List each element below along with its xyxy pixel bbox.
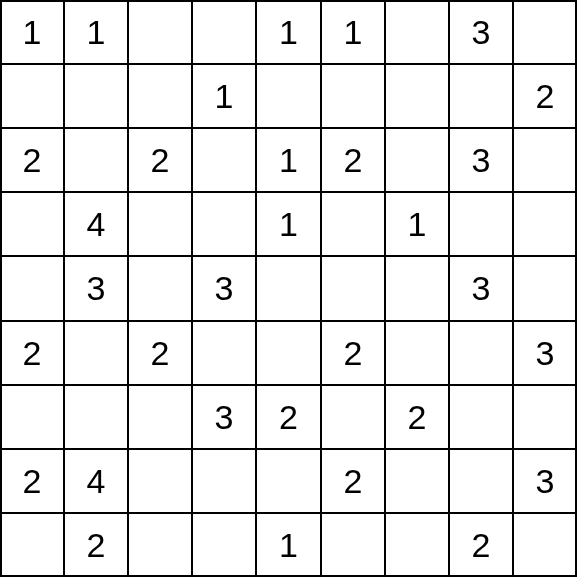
cell-0-7[interactable]: 3	[449, 0, 513, 64]
cell-1-5[interactable]	[321, 64, 385, 128]
cell-1-8[interactable]: 2	[513, 64, 577, 128]
cell-0-8[interactable]	[513, 0, 577, 64]
cell-5-7[interactable]	[449, 321, 513, 385]
cell-6-2[interactable]	[128, 385, 192, 449]
cell-0-4[interactable]: 1	[256, 0, 321, 64]
cell-2-7[interactable]: 3	[449, 128, 513, 192]
cell-0-1[interactable]: 1	[64, 0, 128, 64]
cell-4-8[interactable]	[513, 256, 577, 321]
cell-6-6[interactable]: 2	[385, 385, 449, 449]
cell-7-6[interactable]	[385, 449, 449, 513]
cell-7-1[interactable]: 4	[64, 449, 128, 513]
cell-4-0[interactable]	[0, 256, 64, 321]
cell-4-7[interactable]: 3	[449, 256, 513, 321]
cell-1-7[interactable]	[449, 64, 513, 128]
cell-4-1[interactable]: 3	[64, 256, 128, 321]
cell-2-2[interactable]: 2	[128, 128, 192, 192]
cell-2-3[interactable]	[192, 128, 256, 192]
cell-3-1[interactable]: 4	[64, 192, 128, 256]
cell-4-3[interactable]: 3	[192, 256, 256, 321]
cell-1-6[interactable]	[385, 64, 449, 128]
cell-6-5[interactable]	[321, 385, 385, 449]
cell-8-1[interactable]: 2	[64, 513, 128, 577]
cell-7-7[interactable]	[449, 449, 513, 513]
cell-3-7[interactable]	[449, 192, 513, 256]
cell-3-2[interactable]	[128, 192, 192, 256]
cell-4-2[interactable]	[128, 256, 192, 321]
cell-2-0[interactable]: 2	[0, 128, 64, 192]
cell-5-6[interactable]	[385, 321, 449, 385]
cell-4-6[interactable]	[385, 256, 449, 321]
cell-1-1[interactable]	[64, 64, 128, 128]
cell-1-0[interactable]	[0, 64, 64, 128]
cell-7-0[interactable]: 2	[0, 449, 64, 513]
cell-8-0[interactable]	[0, 513, 64, 577]
cell-5-0[interactable]: 2	[0, 321, 64, 385]
cell-2-5[interactable]: 2	[321, 128, 385, 192]
cell-3-8[interactable]	[513, 192, 577, 256]
cell-2-6[interactable]	[385, 128, 449, 192]
cell-8-5[interactable]	[321, 513, 385, 577]
cell-4-5[interactable]	[321, 256, 385, 321]
cell-5-1[interactable]	[64, 321, 128, 385]
cell-0-0[interactable]: 1	[0, 0, 64, 64]
cell-1-2[interactable]	[128, 64, 192, 128]
cell-3-0[interactable]	[0, 192, 64, 256]
cell-3-5[interactable]	[321, 192, 385, 256]
cell-6-7[interactable]	[449, 385, 513, 449]
cell-5-2[interactable]: 2	[128, 321, 192, 385]
cell-2-4[interactable]: 1	[256, 128, 321, 192]
cell-6-0[interactable]	[0, 385, 64, 449]
cell-5-8[interactable]: 3	[513, 321, 577, 385]
cell-6-3[interactable]: 3	[192, 385, 256, 449]
cell-1-3[interactable]: 1	[192, 64, 256, 128]
cell-5-3[interactable]	[192, 321, 256, 385]
cell-2-8[interactable]	[513, 128, 577, 192]
cell-8-6[interactable]	[385, 513, 449, 577]
cell-5-4[interactable]	[256, 321, 321, 385]
cell-0-3[interactable]	[192, 0, 256, 64]
cell-7-3[interactable]	[192, 449, 256, 513]
puzzle-grid: 11113122212341133322233222423212	[0, 0, 577, 577]
cell-8-3[interactable]	[192, 513, 256, 577]
cell-8-7[interactable]: 2	[449, 513, 513, 577]
cell-0-6[interactable]	[385, 0, 449, 64]
cell-6-8[interactable]	[513, 385, 577, 449]
cell-5-5[interactable]: 2	[321, 321, 385, 385]
cell-0-2[interactable]	[128, 0, 192, 64]
cell-7-5[interactable]: 2	[321, 449, 385, 513]
cell-7-8[interactable]: 3	[513, 449, 577, 513]
cell-2-1[interactable]	[64, 128, 128, 192]
cell-3-6[interactable]: 1	[385, 192, 449, 256]
cell-8-4[interactable]: 1	[256, 513, 321, 577]
cell-6-4[interactable]: 2	[256, 385, 321, 449]
cell-0-5[interactable]: 1	[321, 0, 385, 64]
cell-3-3[interactable]	[192, 192, 256, 256]
cell-6-1[interactable]	[64, 385, 128, 449]
cell-3-4[interactable]: 1	[256, 192, 321, 256]
cell-8-8[interactable]	[513, 513, 577, 577]
cell-7-2[interactable]	[128, 449, 192, 513]
cell-8-2[interactable]	[128, 513, 192, 577]
cell-4-4[interactable]	[256, 256, 321, 321]
cell-1-4[interactable]	[256, 64, 321, 128]
cell-7-4[interactable]	[256, 449, 321, 513]
